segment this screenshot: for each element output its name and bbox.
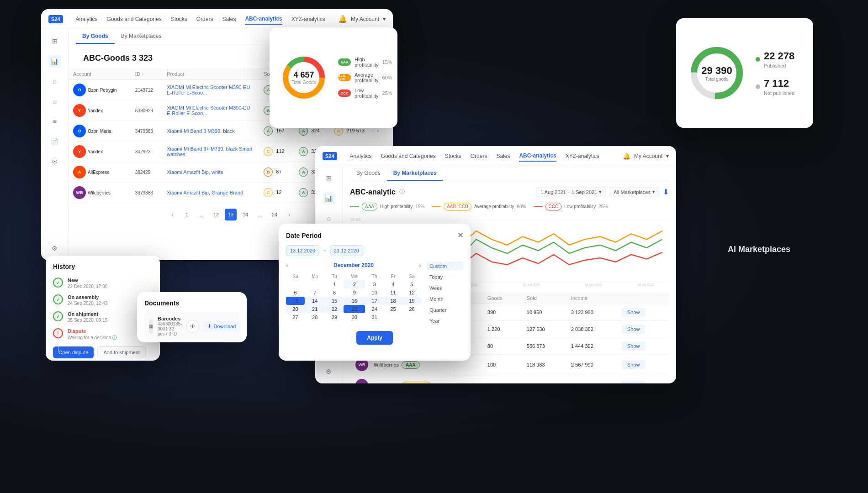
cal-day[interactable]: 24 bbox=[365, 305, 384, 313]
sidebar-send-icon[interactable]: ✉ bbox=[48, 155, 61, 168]
cal-day[interactable]: 22 bbox=[325, 305, 344, 313]
chart-sidebar-settings[interactable]: ⚙ bbox=[323, 365, 335, 378]
chart-nav-abc[interactable]: ABC-analytics bbox=[519, 151, 556, 162]
show-btn-wb2[interactable]: Show bbox=[622, 381, 646, 383]
chart-sidebar-grid[interactable]: ⊞ bbox=[323, 172, 335, 184]
quick-quarter[interactable]: Quarter bbox=[427, 305, 463, 315]
show-btn-wb1[interactable]: Show bbox=[622, 360, 646, 369]
chart-info-icon[interactable]: ⓘ bbox=[399, 188, 405, 196]
cal-day[interactable]: 6 bbox=[286, 288, 305, 297]
apply-btn[interactable]: Apply bbox=[356, 331, 393, 345]
cal-day[interactable]: 8 bbox=[325, 288, 344, 297]
cal-day[interactable]: 19 bbox=[402, 297, 421, 305]
cal-day[interactable]: 30 bbox=[344, 313, 365, 321]
chart-tab-goods[interactable]: By Goods bbox=[350, 166, 387, 181]
cal-day[interactable]: 7 bbox=[305, 288, 325, 297]
date-from-input[interactable]: 13.12.2020 bbox=[286, 245, 319, 256]
page-12[interactable]: 12 bbox=[210, 209, 222, 220]
chart-nav-xyz[interactable]: XYZ-analytics bbox=[566, 151, 599, 161]
cal-prev[interactable]: ‹ bbox=[286, 262, 288, 269]
chart-nav-orders[interactable]: Orders bbox=[471, 151, 487, 161]
page-title: ABC-Goods 3 323 bbox=[76, 48, 160, 67]
prev-page[interactable]: ‹ bbox=[166, 209, 178, 220]
chart-tab-marketplaces[interactable]: By Marketplaces bbox=[387, 166, 443, 181]
sidebar-doc-icon[interactable]: 📄 bbox=[48, 135, 61, 148]
col-id[interactable]: ID ↑ bbox=[131, 68, 162, 80]
chart-date-dropdown[interactable]: 1 Aug 2021 – 1 Sep 2021 ▾ bbox=[536, 187, 606, 197]
cal-next[interactable]: › bbox=[419, 262, 421, 269]
cal-day[interactable]: 5 bbox=[402, 280, 421, 288]
nav-orders[interactable]: Orders bbox=[196, 14, 213, 24]
cal-day[interactable]: 27 bbox=[286, 313, 305, 321]
quick-year[interactable]: Year bbox=[427, 316, 463, 325]
doc-download-btn[interactable]: ⬇ Download bbox=[203, 321, 240, 331]
quick-week[interactable]: Week bbox=[427, 283, 463, 293]
sidebar-chart-icon[interactable]: 📊 bbox=[48, 55, 61, 68]
cal-day[interactable]: 13 bbox=[286, 297, 305, 305]
cal-day[interactable]: 14 bbox=[305, 297, 325, 305]
cal-day[interactable]: 31 bbox=[365, 313, 384, 321]
add-shipment-btn[interactable]: Add to shipment bbox=[97, 346, 146, 358]
cal-day[interactable]: 4 bbox=[384, 280, 402, 288]
sidebar-settings-icon[interactable]: ⚙ bbox=[48, 242, 61, 255]
cal-day[interactable]: 17 bbox=[365, 297, 384, 305]
date-to-input[interactable]: 23.12.2020 bbox=[330, 245, 363, 256]
chart-nav-analytics[interactable]: Analytics bbox=[350, 151, 372, 161]
sidebar-home-icon[interactable]: ⌂ bbox=[48, 75, 61, 88]
chart-sidebar-chart[interactable]: 📊 bbox=[323, 192, 335, 205]
nav-xyz[interactable]: XYZ-analytics bbox=[291, 14, 325, 24]
nav-goods[interactable]: Goods and Categories bbox=[107, 14, 162, 24]
chart-nav-account[interactable]: 🔔 My Account ▾ bbox=[623, 152, 669, 160]
cal-day[interactable]: 18 bbox=[384, 297, 402, 305]
quick-custom[interactable]: Custom bbox=[427, 262, 463, 271]
cal-day[interactable]: 16 bbox=[344, 297, 365, 305]
cal-day[interactable]: 12 bbox=[402, 288, 421, 297]
nav-analytics[interactable]: Analytics bbox=[76, 14, 98, 24]
nav-abc[interactable]: ABC-analytics bbox=[245, 14, 282, 25]
dispute-info-icon[interactable]: ⓘ bbox=[112, 335, 117, 340]
nav-account[interactable]: 🔔 My Account ▾ bbox=[338, 15, 386, 23]
cal-day[interactable]: 3 bbox=[365, 280, 384, 288]
cal-day[interactable]: 23 bbox=[344, 305, 365, 313]
cal-day[interactable]: 15 bbox=[325, 297, 344, 305]
cal-day[interactable]: 10 bbox=[365, 288, 384, 297]
cal-day[interactable]: 28 bbox=[305, 313, 325, 321]
next-page[interactable]: › bbox=[283, 209, 295, 220]
tab-by-marketplaces[interactable]: By Marketplaces bbox=[115, 29, 168, 44]
open-dispute-btn[interactable]: Open dispute bbox=[53, 346, 94, 358]
chart-nav-sales[interactable]: Sales bbox=[496, 151, 510, 161]
chart-nav-goods[interactable]: Goods and Categories bbox=[381, 151, 436, 161]
cal-day[interactable]: 21 bbox=[305, 305, 325, 313]
page-13[interactable]: 13 bbox=[225, 209, 237, 220]
chart-download-icon[interactable]: ⬇ bbox=[663, 188, 669, 196]
cal-day[interactable]: 20 bbox=[286, 305, 305, 313]
cal-day[interactable]: 11 bbox=[384, 288, 402, 297]
cal-day[interactable]: 26 bbox=[402, 305, 421, 313]
cal-day[interactable]: 9 bbox=[344, 288, 365, 297]
page-14[interactable]: 14 bbox=[239, 209, 251, 220]
show-btn-aaa[interactable]: Show bbox=[622, 308, 646, 317]
cal-day[interactable]: 2 bbox=[344, 280, 365, 288]
page-1[interactable]: 1 bbox=[181, 209, 193, 220]
quick-today[interactable]: Today bbox=[427, 273, 463, 282]
show-btn-ccc[interactable]: Show bbox=[622, 341, 646, 351]
tab-by-goods[interactable]: By Goods bbox=[76, 29, 115, 44]
quick-options: Custom Today Week Month Quarter Year bbox=[427, 262, 463, 325]
nav-sales[interactable]: Sales bbox=[222, 14, 236, 24]
sidebar-search-icon[interactable]: ⌕ bbox=[48, 95, 61, 108]
cal-day[interactable]: 25 bbox=[384, 305, 402, 313]
chart-sidebar-home[interactable]: ⌂ bbox=[323, 212, 335, 225]
sidebar-list-icon[interactable]: ≡ bbox=[48, 115, 61, 128]
show-btn-ab[interactable]: Show bbox=[622, 325, 646, 334]
chart-marketplace-dropdown[interactable]: All Marketplaces ▾ bbox=[609, 187, 659, 197]
sidebar-grid-icon[interactable]: ⊞ bbox=[48, 35, 61, 47]
cal-day[interactable]: 1 bbox=[325, 280, 344, 288]
nav-stocks[interactable]: Stocks bbox=[171, 14, 187, 24]
page-24[interactable]: 24 bbox=[269, 209, 281, 220]
cal-day[interactable]: 29 bbox=[325, 313, 344, 321]
history-icon-new: ✓ bbox=[53, 278, 63, 288]
datepicker-close-btn[interactable]: ✕ bbox=[457, 231, 463, 240]
chart-nav-stocks[interactable]: Stocks bbox=[445, 151, 461, 161]
doc-view-btn[interactable]: 👁 bbox=[186, 320, 199, 333]
quick-month[interactable]: Month bbox=[427, 294, 463, 304]
